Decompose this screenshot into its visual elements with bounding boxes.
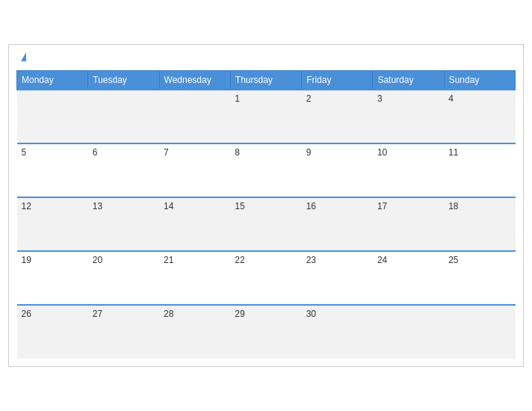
day-number: 19 [22, 255, 31, 265]
calendar-cell: 24 [373, 251, 444, 305]
calendar-cell: 20 [88, 251, 159, 305]
calendar-cell: 9 [302, 143, 373, 197]
calendar-cell: 28 [159, 305, 230, 359]
day-number: 8 [235, 147, 240, 158]
weekday-header-row: MondayTuesdayWednesdayThursdayFridaySatu… [17, 71, 516, 90]
day-number: 10 [377, 147, 387, 158]
week-row-1: 1234 [17, 90, 516, 143]
calendar-cell: 22 [230, 251, 301, 305]
day-number: 20 [93, 255, 102, 265]
calendar-cell [17, 90, 88, 143]
calendar-cell: 29 [230, 305, 301, 359]
day-number: 16 [306, 201, 316, 211]
day-number: 29 [235, 309, 244, 319]
week-row-3: 12131415161718 [17, 197, 516, 251]
calendar-cell: 14 [159, 197, 230, 251]
day-number: 6 [93, 147, 98, 158]
logo-wrapper [19, 52, 26, 63]
calendar-cell [159, 90, 230, 143]
calendar-cell: 6 [88, 143, 159, 197]
day-number: 5 [22, 147, 27, 158]
logo [19, 52, 26, 63]
week-row-5: 2627282930 [17, 305, 516, 359]
day-number: 23 [306, 255, 316, 265]
calendar-grid: MondayTuesdayWednesdayThursdayFridaySatu… [16, 70, 516, 359]
day-number: 12 [22, 201, 31, 211]
day-number: 2 [306, 93, 312, 104]
calendar-cell: 15 [230, 197, 301, 251]
calendar-cell: 7 [159, 143, 230, 197]
day-number: 17 [377, 201, 387, 211]
calendar-cell: 3 [373, 90, 444, 143]
calendar-cell: 11 [444, 143, 515, 197]
calendar-cell: 23 [302, 251, 373, 305]
day-number: 7 [164, 147, 169, 158]
calendar-container: MondayTuesdayWednesdayThursdayFridaySatu… [8, 44, 524, 367]
calendar-header [16, 52, 516, 63]
logo-top [19, 52, 26, 63]
calendar-cell: 19 [17, 251, 88, 305]
day-number: 24 [377, 255, 387, 265]
day-number: 14 [164, 201, 173, 211]
calendar-cell: 21 [159, 251, 230, 305]
weekday-header-friday: Friday [302, 71, 373, 90]
calendar-cell [88, 90, 159, 143]
week-row-2: 567891011 [17, 143, 516, 197]
calendar-cell: 5 [17, 143, 88, 197]
calendar-cell: 12 [17, 197, 88, 251]
week-row-4: 19202122232425 [17, 251, 516, 305]
day-number: 13 [93, 201, 102, 211]
calendar-cell: 26 [17, 305, 88, 359]
day-number: 22 [235, 255, 244, 265]
day-number: 11 [448, 147, 458, 158]
calendar-cell: 13 [88, 197, 159, 251]
weekday-header-monday: Monday [17, 71, 88, 90]
day-number: 1 [235, 93, 240, 104]
calendar-thead: MondayTuesdayWednesdayThursdayFridaySatu… [17, 71, 516, 90]
calendar-cell: 18 [444, 197, 515, 251]
calendar-cell: 10 [373, 143, 444, 197]
calendar-cell: 8 [230, 143, 301, 197]
weekday-header-sunday: Sunday [444, 71, 515, 90]
calendar-cell: 16 [302, 197, 373, 251]
day-number: 4 [448, 93, 454, 104]
day-number: 9 [306, 147, 312, 158]
logo-triangle-icon [21, 52, 26, 61]
day-number: 25 [448, 255, 458, 265]
calendar-cell [444, 305, 515, 359]
calendar-cell: 30 [302, 305, 373, 359]
day-number: 26 [22, 309, 31, 319]
day-number: 3 [377, 93, 383, 104]
calendar-cell: 17 [373, 197, 444, 251]
day-number: 28 [164, 309, 173, 319]
day-number: 18 [448, 201, 458, 211]
day-number: 27 [93, 309, 102, 319]
calendar-cell: 2 [302, 90, 373, 143]
day-number: 30 [306, 309, 316, 319]
calendar-cell: 4 [444, 90, 515, 143]
weekday-header-tuesday: Tuesday [88, 71, 159, 90]
weekday-header-saturday: Saturday [373, 71, 444, 90]
day-number: 21 [164, 255, 173, 265]
weekday-header-thursday: Thursday [230, 71, 301, 90]
calendar-cell: 25 [444, 251, 515, 305]
calendar-tbody: 1234567891011121314151617181920212223242… [17, 90, 516, 359]
calendar-cell: 1 [230, 90, 301, 143]
weekday-header-wednesday: Wednesday [159, 71, 230, 90]
day-number: 15 [235, 201, 244, 211]
calendar-cell [373, 305, 444, 359]
calendar-cell: 27 [88, 305, 159, 359]
